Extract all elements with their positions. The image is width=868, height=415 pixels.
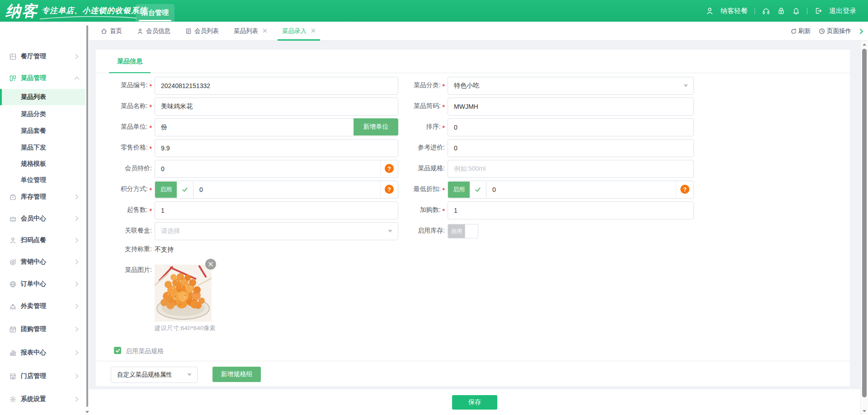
tab-dish-entry[interactable]: 菜品录入 — [282, 22, 316, 41]
sidebar-item-member-center[interactable]: 会员中心 — [0, 210, 85, 228]
sidebar-scrollbar-thumb[interactable] — [86, 25, 88, 407]
save-button[interactable]: 保存 — [452, 395, 497, 410]
sidebar-item-groupbuy[interactable]: 团购管理 — [0, 320, 85, 338]
min-discount-field[interactable]: 启用 0 ? — [448, 181, 694, 199]
dish-code-input[interactable]: 20240812151332 — [155, 77, 398, 95]
tab-bar-actions: 刷新 页面操作 — [791, 22, 863, 41]
sidebar-item-label: 会员中心 — [21, 214, 46, 223]
close-icon — [208, 261, 213, 267]
bell-icon[interactable] — [792, 7, 800, 15]
sidebar-subitem-unit-management[interactable]: 单位管理 — [0, 172, 85, 188]
section-tab-dish-info[interactable]: 菜品信息 — [109, 50, 151, 73]
reference-cost-input[interactable]: 0 — [448, 139, 694, 157]
sidebar-subitem-dish-combo[interactable]: 菜品套餐 — [0, 123, 85, 139]
logout-button[interactable]: 退出登录 — [829, 7, 856, 15]
brand-slogan: 专注单店、小连锁的收银系统 — [42, 5, 147, 16]
min-discount-help[interactable]: ? — [676, 181, 693, 197]
headset-icon[interactable] — [762, 7, 770, 15]
list-icon — [185, 28, 192, 34]
tab-label: 首页 — [110, 27, 122, 35]
close-icon[interactable] — [263, 28, 267, 34]
weighing-label: 支持称重: — [96, 245, 152, 254]
scroll-down-arrow[interactable] — [863, 410, 866, 412]
sidebar-item-inventory[interactable]: 库存管理 — [0, 188, 85, 206]
chevron-up-icon — [74, 76, 80, 80]
min-sale-input[interactable]: 1 — [155, 201, 398, 219]
tab-member-info[interactable]: 会员信息 — [137, 22, 170, 41]
add-qty-input[interactable]: 1 — [448, 201, 694, 219]
points-mode-field[interactable]: 启用 0 ? — [155, 181, 398, 199]
sidebar-subitem-label: 菜品分类 — [21, 110, 46, 118]
discount-enable-button[interactable]: 启用 — [448, 182, 470, 198]
sidebar-item-restaurant[interactable]: 餐厅管理 — [0, 47, 85, 65]
sidebar-subitem-dish-category[interactable]: 菜品分类 — [0, 106, 85, 122]
close-icon[interactable] — [311, 28, 316, 34]
points-check-icon[interactable] — [177, 182, 193, 198]
spec-attr-select[interactable]: 自定义菜品规格属性 — [111, 367, 198, 383]
sidebar-item-order-center[interactable]: 订单中心 — [0, 275, 85, 293]
sidebar-subitem-dish-dispatch[interactable]: 菜品下发 — [0, 140, 85, 156]
member-price-input[interactable]: 0 ? — [155, 160, 398, 178]
dish-spec-input[interactable]: 例如:500ml — [448, 160, 694, 178]
meal-box-select[interactable]: 请选择 — [155, 222, 398, 240]
dish-category-label: 菜品分类:* — [367, 77, 445, 94]
dish-unit-input[interactable]: 份 新增单位 — [155, 118, 398, 136]
dish-shortcode-input[interactable]: MWJMH — [448, 98, 694, 116]
refresh-button[interactable]: 刷新 — [791, 27, 811, 35]
sidebar-scroll-down-arrow[interactable] — [85, 411, 89, 413]
enable-spec-checkbox[interactable] — [114, 347, 121, 354]
sort-label: 排序:* — [367, 118, 445, 135]
points-mode-label: 积分方式:* — [96, 181, 152, 198]
page-scrollbar[interactable] — [860, 41, 868, 415]
min-sale-label: 起售数:* — [96, 201, 152, 219]
sidebar-item-takeout[interactable]: 外卖管理 — [0, 297, 85, 315]
chevron-right-icon — [75, 350, 79, 355]
chevron-right-icon[interactable] — [859, 28, 863, 34]
tab-home[interactable]: 首页 — [101, 22, 122, 41]
fried-chicken-image — [155, 265, 212, 322]
enable-stock-toggle[interactable]: 启用 — [448, 224, 478, 238]
min-discount-label: 最低折扣:* — [367, 181, 445, 198]
nav-tab-backoffice[interactable]: 后台管理 — [136, 4, 175, 22]
sidebar-item-marketing[interactable]: 营销中心 — [0, 253, 85, 271]
store-icon — [9, 373, 17, 380]
dropdown-caret-icon — [684, 84, 688, 87]
enable-spec-checkbox-label[interactable]: 启用菜品规格 — [126, 347, 164, 355]
remove-image-button[interactable] — [205, 259, 216, 270]
scroll-up-arrow[interactable] — [863, 43, 866, 46]
username[interactable]: 纳客轻餐 — [721, 7, 748, 15]
sidebar-item-store-management[interactable]: 门店管理 — [0, 367, 85, 385]
sidebar-subitem-spec-template[interactable]: 规格模板 — [0, 156, 85, 172]
chevron-right-icon — [75, 373, 79, 379]
chevron-right-icon — [75, 396, 79, 402]
tab-dish-list[interactable]: 菜品列表 — [234, 22, 267, 41]
sidebar-subitem-label: 菜品列表 — [21, 93, 46, 101]
chevron-right-icon — [75, 194, 79, 200]
sidebar-item-system-settings[interactable]: 系统设置 — [0, 390, 85, 408]
retail-price-input[interactable]: 9.9 — [155, 139, 398, 157]
sidebar-item-label: 库存管理 — [21, 193, 46, 201]
discount-check-icon[interactable] — [470, 182, 486, 198]
sort-input[interactable]: 0 — [448, 118, 694, 136]
points-enable-button[interactable]: 启用 — [155, 182, 177, 198]
add-qty-label: 加购数:* — [367, 201, 445, 219]
dish-image-thumbnail[interactable] — [155, 265, 212, 322]
help-icon: ? — [680, 185, 689, 194]
sidebar-item-reports[interactable]: 报表中心 — [0, 344, 85, 362]
chevron-right-icon — [75, 216, 79, 221]
home-icon — [101, 28, 107, 34]
sidebar-item-scan-order[interactable]: 扫码点餐 — [0, 231, 85, 249]
add-spec-group-button[interactable]: 新增规格组 — [212, 367, 261, 382]
app-window: 纳客 专注单店、小连锁的收银系统 后台管理 纳客轻餐 退出登录 — [0, 0, 868, 415]
logout-icon — [814, 7, 822, 15]
sidebar-scrollbar[interactable] — [85, 22, 89, 415]
dish-name-input[interactable]: 美味鸡米花 — [155, 98, 398, 116]
sidebar-item-dish-management[interactable]: 菜品管理 — [0, 69, 85, 87]
sidebar-subitem-dish-list[interactable]: 菜品列表 — [0, 89, 85, 105]
lock-icon[interactable] — [777, 7, 785, 15]
dish-category-select[interactable]: 特色小吃 — [448, 77, 694, 95]
dish-name-label: 菜品名称:* — [96, 98, 152, 115]
page-scrollbar-thumb[interactable] — [862, 49, 867, 397]
page-operations-button[interactable]: 页面操作 — [819, 27, 851, 35]
tab-member-list[interactable]: 会员列表 — [185, 22, 219, 41]
